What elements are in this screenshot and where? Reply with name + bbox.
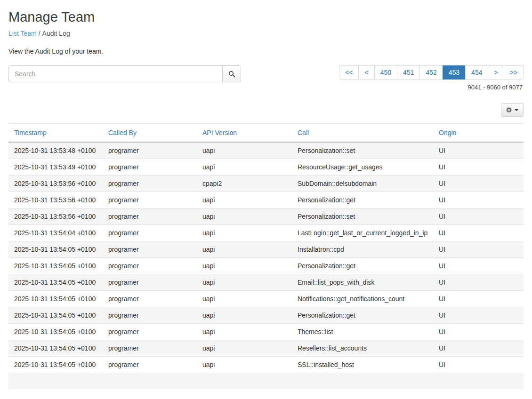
table-cell: UI [433,142,524,159]
table-row: 2025-10-31 13:53:56 +0100programeruapiPe… [8,192,524,208]
table-cell: 2025-10-31 13:53:56 +0100 [8,192,103,208]
column-header-origin[interactable]: Origin [433,124,524,143]
breadcrumb: List Team/Audit Log [8,30,524,37]
table-row: 2025-10-31 13:53:56 +0100programercpapi2… [8,176,524,192]
table-cell: Personalization::get [292,307,433,324]
table-cell: uapi [197,274,292,291]
table-cell: 2025-10-31 13:54:04 +0100 [8,225,103,241]
table-cell: programer [103,258,197,274]
table-header-row: TimestampCalled ByAPI VersionCallOrigin [8,124,524,143]
table-cell: uapi [197,258,292,274]
table-cell: 2025-10-31 13:53:56 +0100 [8,176,103,192]
pagination-page-450[interactable]: 450 [374,65,397,80]
table-row-partial [8,373,524,390]
breadcrumb-current: Audit Log [42,30,70,37]
table-cell: UI [433,176,524,192]
table-cell: 2025-10-31 13:54:05 +0100 [8,274,103,291]
table-cell: programer [103,176,197,192]
table-cell: uapi [197,307,292,324]
table-cell: programer [103,340,197,357]
table-cell: uapi [197,357,292,373]
pagination-page-452[interactable]: 452 [419,65,443,80]
table-row: 2025-10-31 13:53:48 +0100programeruapiPe… [8,142,524,159]
pagination-item: > [488,65,504,80]
toolbar-row: ⚙ [8,103,524,117]
table-cell: programer [103,274,197,291]
table-row: 2025-10-31 13:53:49 +0100programeruapiRe… [8,159,524,176]
table-cell: 2025-10-31 13:54:05 +0100 [8,324,103,340]
column-header-timestamp[interactable]: Timestamp [8,124,103,143]
table-cell: uapi [197,291,292,307]
page-description: View the Audit Log of your team. [8,48,524,55]
table-cell: UI [433,340,524,357]
table-cell: uapi [197,142,292,159]
pagination-page-453[interactable]: 453 [443,65,466,80]
table-cell: programer [103,208,197,225]
search-input[interactable] [8,65,223,82]
table-cell: uapi [197,340,292,357]
table-cell: Resellers::list_accounts [292,340,433,357]
table-cell: Personalization::set [292,208,433,225]
table-cell: programer [103,142,197,159]
pagination-item: 454 [466,65,488,80]
table-cell: 2025-10-31 13:54:05 +0100 [8,357,103,373]
pagination-range-text: 9041 - 9060 of 9077 [339,84,524,91]
column-header-call[interactable]: Call [292,124,433,143]
table-cell: Personalization::get [292,192,433,208]
table-cell: UI [433,241,524,258]
table-cell: 2025-10-31 13:54:05 +0100 [8,241,103,258]
table-cell: Personalization::get [292,258,433,274]
breadcrumb-separator: / [39,30,40,37]
audit-log-table: TimestampCalled ByAPI VersionCallOrigin … [8,123,524,389]
table-row: 2025-10-31 13:54:05 +0100programeruapiTh… [8,324,524,340]
table-settings-button[interactable]: ⚙ [501,103,524,117]
table-cell: programer [103,357,197,373]
table-cell: programer [103,192,197,208]
pagination-page-451[interactable]: 451 [397,65,420,80]
table-cell: 2025-10-31 13:54:05 +0100 [8,307,103,324]
table-cell: cpapi2 [197,176,292,192]
search-group [8,65,241,82]
table-cell: UI [433,307,524,324]
table-cell: 2025-10-31 13:54:05 +0100 [8,340,103,357]
table-cell: Notifications::get_notifications_count [292,291,433,307]
table-cell: Email::list_pops_with_disk [292,274,433,291]
table-cell: 2025-10-31 13:53:49 +0100 [8,159,103,176]
pagination-next[interactable]: > [488,65,504,80]
table-cell: uapi [197,192,292,208]
pagination-item: >> [504,65,524,80]
table-cell [8,373,524,390]
pagination-item: 451 [397,65,420,80]
table-row: 2025-10-31 13:54:05 +0100programeruapiEm… [8,274,524,291]
table-row: 2025-10-31 13:54:04 +0100programeruapiLa… [8,225,524,241]
pagination-last[interactable]: >> [504,65,524,80]
table-cell: 2025-10-31 13:54:05 +0100 [8,258,103,274]
table-cell: LastLogin::get_last_or_current_logged_in… [292,225,433,241]
controls-row: <<<450451452453454>>> 9041 - 9060 of 907… [8,65,524,91]
pagination-first[interactable]: << [339,65,359,80]
breadcrumb-link-list-team[interactable]: List Team [8,30,37,37]
pagination-item: << [339,65,359,80]
column-header-called-by[interactable]: Called By [103,124,197,143]
caret-down-icon [515,109,518,111]
pagination-page-454[interactable]: 454 [465,65,488,80]
table-cell: 2025-10-31 13:53:48 +0100 [8,142,103,159]
table-cell: UI [433,291,524,307]
column-header-api-version[interactable]: API Version [197,124,292,143]
table-cell: Personalization::set [292,142,433,159]
table-cell: uapi [197,241,292,258]
table-cell: Installatron::cpd [292,241,433,258]
table-cell: UI [433,357,524,373]
table-cell: uapi [197,159,292,176]
table-cell: UI [433,208,524,225]
table-row: 2025-10-31 13:54:05 +0100programeruapiIn… [8,241,524,258]
table-cell: UI [433,159,524,176]
table-row: 2025-10-31 13:54:05 +0100programeruapiPe… [8,307,524,324]
table-row: 2025-10-31 13:54:05 +0100programeruapiSS… [8,357,524,373]
table-cell: 2025-10-31 13:54:05 +0100 [8,291,103,307]
table-cell: uapi [197,324,292,340]
pagination-prev[interactable]: < [358,65,374,80]
search-button[interactable] [222,65,241,82]
table-cell: UI [433,274,524,291]
table-row: 2025-10-31 13:54:05 +0100programeruapiPe… [8,258,524,274]
